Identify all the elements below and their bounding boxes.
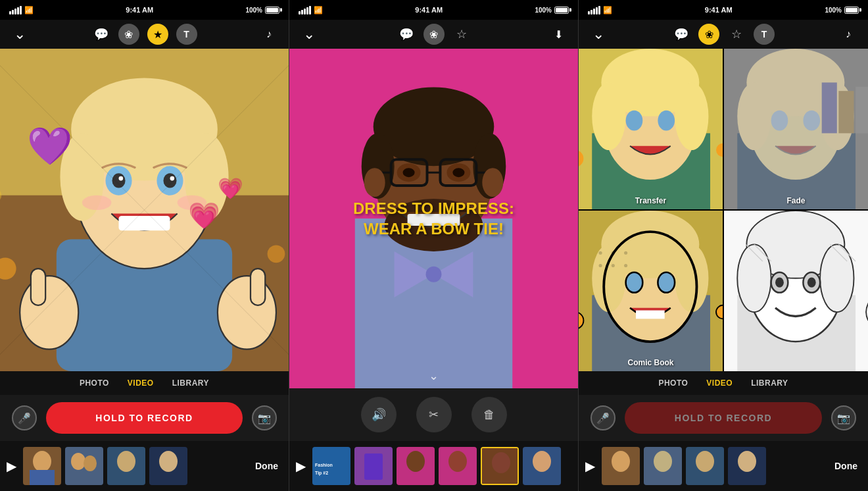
star-icon-2[interactable]: ☆ — [452, 25, 471, 43]
back-button-1[interactable]: ⌄ — [11, 25, 29, 43]
wifi-icon-3: 📶 — [603, 6, 612, 14]
star-icon-1[interactable]: ★ — [147, 24, 168, 45]
tab-video-1[interactable]: VIDEO — [128, 378, 154, 388]
wifi-icon-2: 📶 — [314, 6, 323, 14]
play-button-1[interactable]: ▶ — [7, 458, 16, 474]
back-button-2[interactable]: ⌄ — [300, 25, 318, 43]
filter-image-sketch — [724, 211, 868, 371]
battery-area-1: 100% — [245, 7, 279, 14]
svg-point-55 — [452, 168, 464, 177]
filter-label-transfer: Transfer — [579, 196, 723, 205]
thumb-1-1[interactable] — [23, 447, 61, 485]
svg-point-11 — [163, 173, 176, 188]
play-button-2[interactable]: ▶ — [296, 458, 306, 474]
svg-point-57 — [364, 168, 385, 197]
music-icon-3[interactable]: ♪ — [839, 25, 857, 43]
scissors-button-2[interactable]: ✂ — [416, 397, 452, 432]
filter-image-transfer — [579, 49, 723, 209]
camera-flip-button-1[interactable]: 📷 — [252, 405, 277, 430]
thumb-1-3[interactable] — [107, 447, 145, 485]
play-button-3[interactable]: ▶ — [585, 458, 595, 474]
back-button-3[interactable]: ⌄ — [589, 25, 608, 43]
tab-library-3[interactable]: LIBRARY — [751, 378, 788, 388]
top-nav-2: ⌄ 💬 ❀ ☆ ⬇ — [289, 20, 578, 49]
svg-point-128 — [654, 451, 672, 472]
svg-point-103 — [599, 251, 602, 255]
filter-label-comic: Comic Book — [579, 358, 723, 367]
thumb-2-6[interactable] — [523, 447, 561, 485]
thumb-3-3[interactable] — [686, 447, 724, 485]
chevron-down-icon-2[interactable]: ⌄ — [429, 369, 439, 383]
svg-point-79 — [658, 111, 675, 131]
toolbar-icons-3: 💬 ❀ ☆ T — [672, 24, 775, 45]
thumb-3-1[interactable] — [602, 447, 640, 485]
svg-point-65 — [406, 451, 425, 472]
mic-button-3[interactable]: 🎤 — [591, 405, 615, 430]
svg-point-67 — [448, 451, 467, 472]
flower-icon-1[interactable]: ❀ — [118, 24, 139, 45]
thumb-2-3[interactable] — [397, 447, 435, 485]
thumb-1-2[interactable] — [65, 447, 103, 485]
filter-label-fade: Fade — [724, 196, 868, 205]
chat-icon-2[interactable]: 💬 — [397, 25, 416, 43]
thumb-3-4[interactable] — [728, 447, 766, 485]
battery-area-2: 100% — [535, 7, 569, 14]
music-icon-1[interactable]: ♪ — [260, 25, 278, 43]
tab-library-1[interactable]: LIBRARY — [172, 378, 209, 388]
phone-3: 📶 9:41 AM 100% ⌄ 💬 ❀ ☆ T ♪ — [579, 0, 868, 491]
filter-fade[interactable]: Fade — [724, 49, 868, 209]
download-icon-2[interactable]: ⬇ — [549, 25, 567, 43]
chat-icon-1[interactable]: 💬 — [92, 25, 110, 43]
thumb-2-1[interactable]: FashionTip #2 — [312, 447, 350, 485]
record-button-3[interactable]: HOLD TO RECORD — [625, 402, 822, 434]
svg-point-89 — [803, 111, 820, 131]
flower-icon-3[interactable]: ❀ — [698, 24, 719, 45]
svg-point-106 — [599, 264, 602, 267]
trash-button-2[interactable]: 🗑 — [471, 397, 507, 432]
svg-point-33 — [117, 451, 135, 472]
status-bar-2: 📶 9:41 AM 100% — [289, 0, 578, 20]
svg-point-35 — [159, 451, 178, 472]
done-button-3[interactable]: Done — [831, 458, 861, 474]
battery-area-3: 100% — [825, 7, 859, 14]
camera-flip-button-3[interactable]: 📷 — [831, 405, 856, 430]
filter-grid-3: Transfer Fade — [579, 49, 868, 371]
star-icon-3[interactable]: ☆ — [727, 25, 746, 43]
svg-point-101 — [658, 272, 675, 293]
tab-photo-3[interactable]: PHOTO — [658, 378, 688, 388]
svg-rect-92 — [856, 87, 868, 134]
filter-sketch[interactable] — [724, 211, 868, 371]
record-button-1[interactable]: HOLD TO RECORD — [46, 402, 243, 434]
mic-button-1[interactable]: 🎤 — [12, 405, 37, 430]
record-bar-3: 🎤 HOLD TO RECORD 📷 — [579, 395, 868, 441]
battery-percent-3: 100% — [825, 7, 842, 14]
thumb-2-5[interactable] — [481, 447, 519, 485]
filter-transfer[interactable]: Transfer — [579, 49, 723, 209]
svg-point-107 — [612, 264, 615, 267]
svg-point-104 — [612, 251, 615, 255]
filter-comic[interactable]: Comic Book — [579, 211, 723, 371]
thumb-3-2[interactable] — [644, 447, 682, 485]
mode-tabs-1: PHOTO VIDEO LIBRARY — [0, 371, 289, 395]
thumb-strip-2: ▶ FashionTip #2 — [289, 441, 578, 491]
volume-button-2[interactable]: 🔊 — [361, 397, 397, 432]
tab-photo-1[interactable]: PHOTO — [80, 378, 109, 388]
svg-point-76 — [592, 82, 625, 150]
svg-point-115 — [737, 244, 771, 312]
tab-video-3[interactable]: VIDEO — [706, 378, 733, 388]
svg-point-78 — [626, 111, 643, 131]
svg-point-10 — [112, 173, 126, 188]
svg-point-54 — [403, 168, 415, 177]
time-display-1: 9:41 AM — [126, 6, 153, 14]
text-icon-3[interactable]: T — [754, 24, 775, 45]
chat-icon-3[interactable]: 💬 — [672, 25, 690, 43]
svg-rect-102 — [636, 311, 665, 319]
thumb-2-2[interactable] — [354, 447, 393, 485]
flower-icon-2[interactable]: ❀ — [423, 24, 445, 45]
video-text-line2: WEAR A BOW TIE! — [304, 219, 564, 239]
done-button-1[interactable]: Done — [251, 458, 282, 474]
svg-point-120 — [808, 277, 816, 287]
thumb-2-4[interactable] — [439, 447, 477, 485]
thumb-1-4[interactable] — [149, 447, 187, 485]
text-icon-1[interactable]: T — [176, 24, 197, 45]
